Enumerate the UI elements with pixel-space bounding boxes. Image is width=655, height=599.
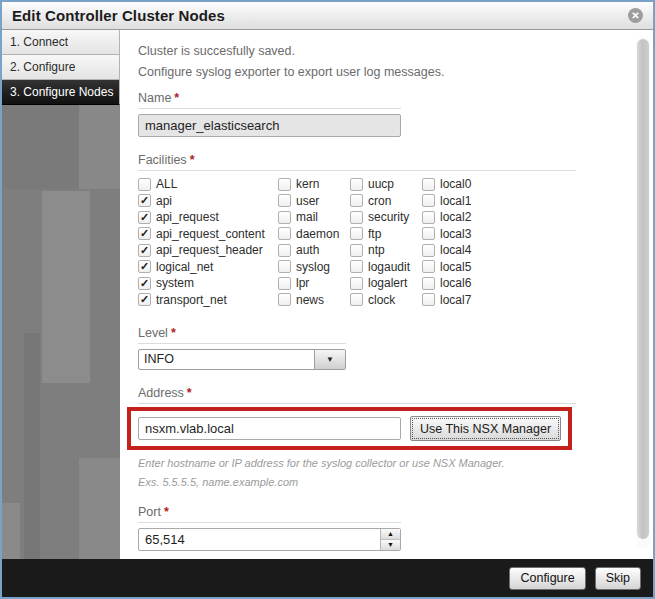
facility-option-user[interactable]: user — [278, 193, 350, 210]
checkbox-unchecked-icon[interactable] — [278, 293, 291, 306]
facility-label: uucp — [368, 177, 394, 191]
checkbox-unchecked-icon[interactable] — [350, 211, 363, 224]
checkbox-unchecked-icon[interactable] — [350, 244, 363, 257]
facility-option-local6[interactable]: local6 — [422, 275, 471, 292]
checkbox-unchecked-icon[interactable] — [138, 178, 151, 191]
facility-label: kern — [296, 177, 319, 191]
facility-option-api_request_content[interactable]: ✓api_request_content — [138, 226, 278, 243]
facility-option-news[interactable]: news — [278, 292, 350, 309]
checkbox-unchecked-icon[interactable] — [350, 277, 363, 290]
facility-option-local2[interactable]: local2 — [422, 209, 471, 226]
checkbox-unchecked-icon[interactable] — [350, 227, 363, 240]
checkbox-unchecked-icon[interactable] — [278, 244, 291, 257]
facility-option-local3[interactable]: local3 — [422, 226, 471, 243]
facility-option-ntp[interactable]: ntp — [350, 242, 422, 259]
checkbox-checked-icon[interactable]: ✓ — [138, 293, 151, 306]
background-artifact — [79, 458, 120, 559]
facility-option-api[interactable]: ✓api — [138, 193, 278, 210]
checkbox-unchecked-icon[interactable] — [278, 211, 291, 224]
skip-button[interactable]: Skip — [595, 567, 641, 590]
checkbox-unchecked-icon[interactable] — [422, 178, 435, 191]
step-configure[interactable]: 2. Configure — [2, 55, 120, 80]
checkbox-unchecked-icon[interactable] — [422, 227, 435, 240]
facility-option-local1[interactable]: local1 — [422, 193, 471, 210]
checkbox-unchecked-icon[interactable] — [278, 178, 291, 191]
facility-option-local5[interactable]: local5 — [422, 259, 471, 276]
checkbox-checked-icon[interactable]: ✓ — [138, 277, 151, 290]
facility-option-cron[interactable]: cron — [350, 193, 422, 210]
checkbox-unchecked-icon[interactable] — [422, 277, 435, 290]
facility-option-mail[interactable]: mail — [278, 209, 350, 226]
facility-option-api_request_header[interactable]: ✓api_request_header — [138, 242, 278, 259]
checkbox-unchecked-icon[interactable] — [278, 194, 291, 207]
address-field-label: Address* — [138, 386, 576, 404]
level-selected-value: INFO — [139, 350, 314, 369]
level-dropdown[interactable]: INFO ▼ — [138, 349, 346, 370]
facility-option-logical_net[interactable]: ✓logical_net — [138, 259, 278, 276]
facility-label: local2 — [440, 210, 471, 224]
checkbox-checked-icon[interactable]: ✓ — [138, 244, 151, 257]
facility-option-local0[interactable]: local0 — [422, 176, 471, 193]
checkbox-unchecked-icon[interactable] — [278, 260, 291, 273]
spin-up-icon[interactable]: ▲ — [381, 529, 400, 540]
facility-option-syslog[interactable]: syslog — [278, 259, 350, 276]
checkbox-unchecked-icon[interactable] — [350, 178, 363, 191]
checkbox-unchecked-icon[interactable] — [422, 260, 435, 273]
step-connect[interactable]: 1. Connect — [2, 30, 120, 55]
facility-option-logalert[interactable]: logalert — [350, 275, 422, 292]
checkbox-unchecked-icon[interactable] — [422, 194, 435, 207]
facility-option-logaudit[interactable]: logaudit — [350, 259, 422, 276]
facility-label: daemon — [296, 227, 339, 241]
port-input[interactable] — [138, 528, 401, 551]
use-this-nsx-manager-button[interactable]: Use This NSX Manager — [410, 416, 561, 441]
checkbox-unchecked-icon[interactable] — [350, 293, 363, 306]
checkbox-unchecked-icon[interactable] — [278, 277, 291, 290]
facility-option-security[interactable]: security — [350, 209, 422, 226]
facility-option-auth[interactable]: auth — [278, 242, 350, 259]
facility-option-local7[interactable]: local7 — [422, 292, 471, 309]
checkbox-checked-icon[interactable]: ✓ — [138, 260, 151, 273]
instruction-message: Configure syslog exporter to export user… — [138, 65, 613, 79]
scrollbar-thumb[interactable] — [637, 39, 649, 539]
close-icon[interactable]: ✕ — [628, 8, 643, 23]
checkbox-unchecked-icon[interactable] — [278, 227, 291, 240]
facility-option-ftp[interactable]: ftp — [350, 226, 422, 243]
chevron-down-icon[interactable]: ▼ — [314, 350, 345, 369]
facility-label: api_request — [156, 210, 219, 224]
facility-option-uucp[interactable]: uucp — [350, 176, 422, 193]
facility-option-local4[interactable]: local4 — [422, 242, 471, 259]
facility-label: user — [296, 194, 319, 208]
facility-label: local1 — [440, 194, 471, 208]
facility-label: local6 — [440, 276, 471, 290]
facility-label: local4 — [440, 243, 471, 257]
step-configure-nodes[interactable]: 3. Configure Nodes — [2, 80, 120, 105]
facility-option-api_request[interactable]: ✓api_request — [138, 209, 278, 226]
facility-option-all[interactable]: ALL — [138, 176, 278, 193]
address-input[interactable] — [138, 417, 401, 440]
vertical-scrollbar[interactable] — [636, 37, 650, 549]
facility-label: local7 — [440, 293, 471, 307]
checkbox-unchecked-icon[interactable] — [422, 293, 435, 306]
required-asterisk: * — [164, 505, 169, 519]
checkbox-unchecked-icon[interactable] — [350, 194, 363, 207]
facility-option-clock[interactable]: clock — [350, 292, 422, 309]
checkbox-checked-icon[interactable]: ✓ — [138, 227, 151, 240]
port-stepper: ▲ ▼ — [138, 528, 401, 551]
spin-down-icon[interactable]: ▼ — [381, 540, 400, 550]
configure-button[interactable]: Configure — [509, 567, 585, 590]
checkbox-unchecked-icon[interactable] — [422, 244, 435, 257]
background-artifact — [24, 333, 40, 559]
facility-option-kern[interactable]: kern — [278, 176, 350, 193]
checkbox-unchecked-icon[interactable] — [350, 260, 363, 273]
facility-option-daemon[interactable]: daemon — [278, 226, 350, 243]
checkbox-unchecked-icon[interactable] — [422, 211, 435, 224]
facility-label: system — [156, 276, 194, 290]
background-artifact — [2, 105, 79, 189]
name-input[interactable] — [138, 114, 401, 137]
checkbox-checked-icon[interactable]: ✓ — [138, 194, 151, 207]
facility-option-lpr[interactable]: lpr — [278, 275, 350, 292]
facility-option-system[interactable]: ✓system — [138, 275, 278, 292]
checkbox-checked-icon[interactable]: ✓ — [138, 211, 151, 224]
facility-option-transport_net[interactable]: ✓transport_net — [138, 292, 278, 309]
facilities-column-2: kernusermaildaemonauthsysloglprnews — [278, 176, 350, 308]
